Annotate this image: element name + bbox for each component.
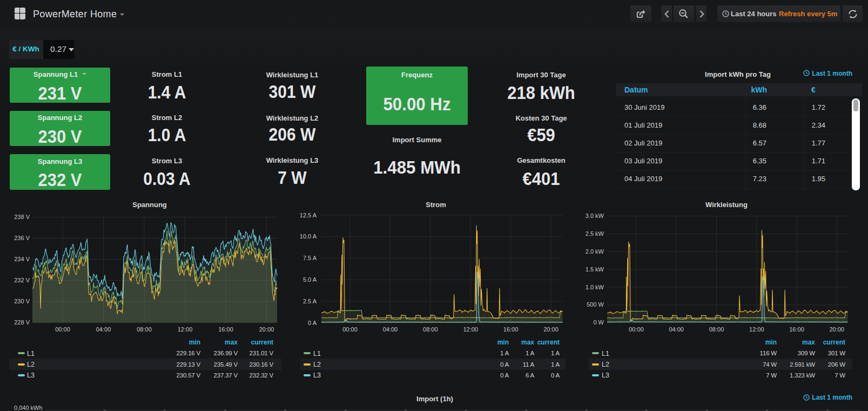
- svg-text:3.0 kW: 3.0 kW: [586, 213, 604, 219]
- svg-text:08:00: 08:00: [709, 326, 724, 333]
- svg-text:08:00: 08:00: [423, 326, 438, 333]
- svg-text:232 V: 232 V: [14, 277, 30, 283]
- svg-text:234 V: 234 V: [14, 256, 30, 262]
- svg-text:04:00: 04:00: [383, 326, 398, 333]
- svg-text:5.0 A: 5.0 A: [303, 276, 317, 283]
- svg-text:0 A: 0 A: [308, 320, 317, 326]
- svg-text:16:00: 16:00: [503, 326, 519, 333]
- svg-text:500 W: 500 W: [587, 301, 604, 308]
- svg-text:1.5 kW: 1.5 kW: [586, 266, 604, 273]
- svg-text:10.0 A: 10.0 A: [300, 233, 317, 240]
- svg-text:2.5 kW: 2.5 kW: [586, 230, 604, 237]
- svg-text:228 V: 228 V: [14, 319, 30, 326]
- svg-text:16:00: 16:00: [789, 326, 804, 333]
- svg-text:00:00: 00:00: [629, 326, 644, 333]
- svg-text:0 W: 0 W: [593, 319, 604, 326]
- svg-text:08:00: 08:00: [137, 326, 152, 333]
- svg-text:2.5 A: 2.5 A: [303, 298, 317, 304]
- svg-text:2.0 kW: 2.0 kW: [586, 248, 604, 255]
- svg-text:12:00: 12:00: [178, 326, 193, 333]
- svg-text:236 V: 236 V: [14, 235, 30, 241]
- svg-text:00:00: 00:00: [55, 326, 70, 333]
- svg-text:238 V: 238 V: [14, 214, 30, 220]
- svg-text:04:00: 04:00: [669, 326, 684, 333]
- svg-text:04:00: 04:00: [96, 326, 111, 333]
- svg-text:20:00: 20:00: [543, 326, 559, 333]
- svg-text:12:00: 12:00: [749, 326, 764, 333]
- svg-text:1.0 kW: 1.0 kW: [586, 284, 604, 290]
- svg-text:20:00: 20:00: [829, 326, 844, 333]
- svg-text:7.5 A: 7.5 A: [303, 255, 317, 261]
- svg-text:12:00: 12:00: [463, 326, 478, 333]
- svg-text:00:00: 00:00: [342, 326, 358, 333]
- svg-text:230 V: 230 V: [14, 298, 30, 304]
- svg-text:12.5 A: 12.5 A: [300, 212, 317, 218]
- svg-text:16:00: 16:00: [218, 326, 233, 333]
- svg-text:20:00: 20:00: [259, 326, 274, 333]
